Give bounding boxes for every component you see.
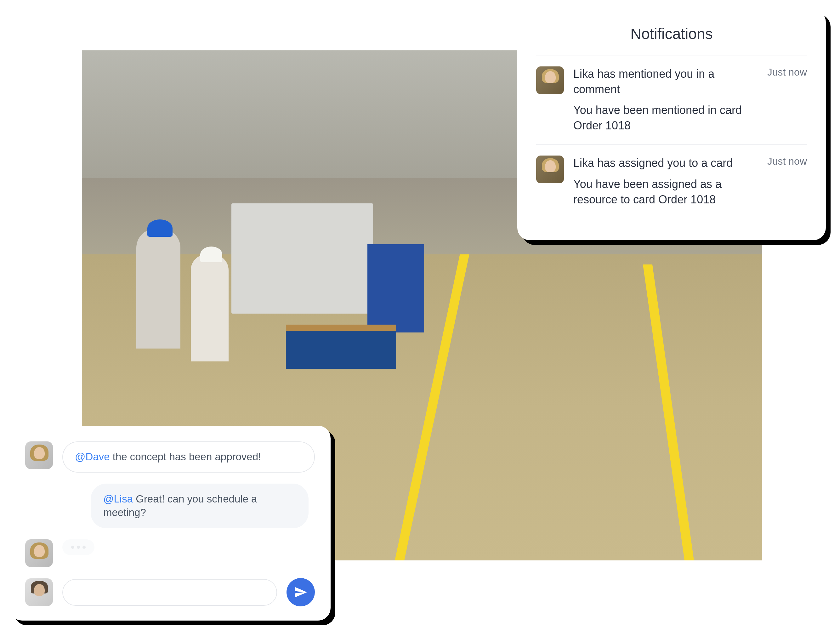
send-button[interactable] (286, 578, 315, 606)
chat-input-row (25, 578, 315, 606)
chat-bubble-reply[interactable]: @Lisa Great! can you schedule a meeting? (91, 483, 309, 528)
notification-title-text: Lika has mentioned you in a comment (573, 66, 761, 97)
typing-indicator (62, 539, 95, 555)
avatar (25, 578, 53, 606)
avatar (25, 539, 53, 567)
mention[interactable]: @Dave (75, 451, 110, 463)
chat-bubble[interactable]: @Dave the concept has been approved! (62, 441, 315, 472)
factory-panel (368, 244, 424, 333)
notification-body: You have been mentioned in card Order 10… (573, 103, 807, 133)
mention[interactable]: @Lisa (103, 493, 133, 505)
notification-body: You have been assigned as a resource to … (573, 177, 807, 207)
chat-typing-row (25, 539, 315, 567)
send-icon (294, 585, 308, 599)
chat-panel: @Dave the concept has been approved! @Li… (9, 426, 331, 621)
notifications-title: Notifications (536, 25, 807, 43)
notification-item[interactable]: Lika has mentioned you in a comment Just… (536, 55, 807, 144)
notifications-panel: Notifications Lika has mentioned you in … (517, 9, 826, 240)
chat-message-row: @Dave the concept has been approved! (25, 441, 315, 472)
factory-machinery (231, 204, 373, 314)
message-text: the concept has been approved! (110, 451, 261, 463)
avatar (25, 441, 53, 469)
worker-white-helmet (191, 254, 229, 362)
chat-input[interactable] (62, 579, 277, 606)
notification-item[interactable]: Lika has assigned you to a card Just now… (536, 145, 807, 218)
avatar (536, 66, 564, 94)
notification-content: Lika has mentioned you in a comment Just… (573, 66, 807, 133)
notification-title-text: Lika has assigned you to a card (573, 156, 761, 171)
chat-message-row: @Lisa Great! can you schedule a meeting? (25, 483, 315, 528)
avatar (536, 156, 564, 183)
worker-blue-helmet (136, 229, 180, 349)
notification-content: Lika has assigned you to a card Just now… (573, 156, 807, 207)
notification-time: Just now (767, 156, 807, 167)
factory-workbench (286, 331, 396, 369)
notification-time: Just now (767, 66, 807, 78)
